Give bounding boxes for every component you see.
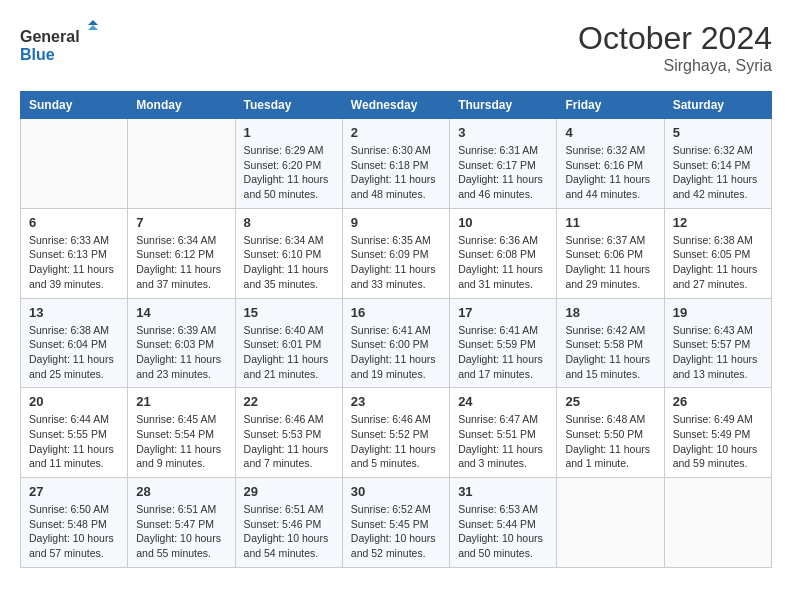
cell-content: Sunrise: 6:53 AMSunset: 5:44 PMDaylight:…: [458, 502, 548, 561]
day-number: 23: [351, 394, 441, 409]
cell-content: Sunrise: 6:50 AMSunset: 5:48 PMDaylight:…: [29, 502, 119, 561]
day-number: 31: [458, 484, 548, 499]
calendar-cell: 29Sunrise: 6:51 AMSunset: 5:46 PMDayligh…: [235, 478, 342, 568]
col-header-wednesday: Wednesday: [342, 92, 449, 119]
calendar-cell: 19Sunrise: 6:43 AMSunset: 5:57 PMDayligh…: [664, 298, 771, 388]
calendar-cell: 1Sunrise: 6:29 AMSunset: 6:20 PMDaylight…: [235, 119, 342, 209]
cell-content: Sunrise: 6:46 AMSunset: 5:53 PMDaylight:…: [244, 412, 334, 471]
svg-text:General: General: [20, 28, 80, 45]
cell-content: Sunrise: 6:32 AMSunset: 6:16 PMDaylight:…: [565, 143, 655, 202]
calendar-cell: 22Sunrise: 6:46 AMSunset: 5:53 PMDayligh…: [235, 388, 342, 478]
svg-marker-3: [88, 25, 98, 30]
calendar-cell: 5Sunrise: 6:32 AMSunset: 6:14 PMDaylight…: [664, 119, 771, 209]
day-number: 8: [244, 215, 334, 230]
day-number: 1: [244, 125, 334, 140]
day-number: 10: [458, 215, 548, 230]
day-number: 3: [458, 125, 548, 140]
day-number: 12: [673, 215, 763, 230]
cell-content: Sunrise: 6:31 AMSunset: 6:17 PMDaylight:…: [458, 143, 548, 202]
cell-content: Sunrise: 6:33 AMSunset: 6:13 PMDaylight:…: [29, 233, 119, 292]
calendar-cell: 18Sunrise: 6:42 AMSunset: 5:58 PMDayligh…: [557, 298, 664, 388]
day-number: 14: [136, 305, 226, 320]
calendar-cell: 16Sunrise: 6:41 AMSunset: 6:00 PMDayligh…: [342, 298, 449, 388]
calendar-cell: 27Sunrise: 6:50 AMSunset: 5:48 PMDayligh…: [21, 478, 128, 568]
day-number: 24: [458, 394, 548, 409]
calendar-cell: 14Sunrise: 6:39 AMSunset: 6:03 PMDayligh…: [128, 298, 235, 388]
svg-marker-2: [88, 20, 98, 25]
cell-content: Sunrise: 6:49 AMSunset: 5:49 PMDaylight:…: [673, 412, 763, 471]
cell-content: Sunrise: 6:32 AMSunset: 6:14 PMDaylight:…: [673, 143, 763, 202]
location: Sirghaya, Syria: [578, 57, 772, 75]
calendar-cell: 23Sunrise: 6:46 AMSunset: 5:52 PMDayligh…: [342, 388, 449, 478]
calendar-cell: [557, 478, 664, 568]
day-number: 30: [351, 484, 441, 499]
calendar-cell: 28Sunrise: 6:51 AMSunset: 5:47 PMDayligh…: [128, 478, 235, 568]
month-title: October 2024: [578, 20, 772, 57]
col-header-saturday: Saturday: [664, 92, 771, 119]
page-header: General Blue October 2024 Sirghaya, Syri…: [20, 20, 772, 75]
calendar-cell: 8Sunrise: 6:34 AMSunset: 6:10 PMDaylight…: [235, 208, 342, 298]
day-number: 20: [29, 394, 119, 409]
day-number: 27: [29, 484, 119, 499]
calendar-cell: 12Sunrise: 6:38 AMSunset: 6:05 PMDayligh…: [664, 208, 771, 298]
logo: General Blue: [20, 20, 100, 70]
cell-content: Sunrise: 6:37 AMSunset: 6:06 PMDaylight:…: [565, 233, 655, 292]
calendar-cell: 9Sunrise: 6:35 AMSunset: 6:09 PMDaylight…: [342, 208, 449, 298]
cell-content: Sunrise: 6:51 AMSunset: 5:46 PMDaylight:…: [244, 502, 334, 561]
day-number: 19: [673, 305, 763, 320]
day-number: 4: [565, 125, 655, 140]
week-row-5: 27Sunrise: 6:50 AMSunset: 5:48 PMDayligh…: [21, 478, 772, 568]
cell-content: Sunrise: 6:30 AMSunset: 6:18 PMDaylight:…: [351, 143, 441, 202]
cell-content: Sunrise: 6:41 AMSunset: 5:59 PMDaylight:…: [458, 323, 548, 382]
cell-content: Sunrise: 6:48 AMSunset: 5:50 PMDaylight:…: [565, 412, 655, 471]
logo-svg: General Blue: [20, 20, 100, 70]
calendar-cell: 10Sunrise: 6:36 AMSunset: 6:08 PMDayligh…: [450, 208, 557, 298]
day-number: 28: [136, 484, 226, 499]
calendar-cell: 17Sunrise: 6:41 AMSunset: 5:59 PMDayligh…: [450, 298, 557, 388]
day-number: 9: [351, 215, 441, 230]
cell-content: Sunrise: 6:40 AMSunset: 6:01 PMDaylight:…: [244, 323, 334, 382]
col-header-sunday: Sunday: [21, 92, 128, 119]
cell-content: Sunrise: 6:41 AMSunset: 6:00 PMDaylight:…: [351, 323, 441, 382]
day-number: 16: [351, 305, 441, 320]
col-header-tuesday: Tuesday: [235, 92, 342, 119]
calendar-cell: 15Sunrise: 6:40 AMSunset: 6:01 PMDayligh…: [235, 298, 342, 388]
calendar-cell: 3Sunrise: 6:31 AMSunset: 6:17 PMDaylight…: [450, 119, 557, 209]
calendar-cell: 11Sunrise: 6:37 AMSunset: 6:06 PMDayligh…: [557, 208, 664, 298]
cell-content: Sunrise: 6:36 AMSunset: 6:08 PMDaylight:…: [458, 233, 548, 292]
calendar-header-row: SundayMondayTuesdayWednesdayThursdayFrid…: [21, 92, 772, 119]
day-number: 6: [29, 215, 119, 230]
cell-content: Sunrise: 6:29 AMSunset: 6:20 PMDaylight:…: [244, 143, 334, 202]
cell-content: Sunrise: 6:39 AMSunset: 6:03 PMDaylight:…: [136, 323, 226, 382]
day-number: 2: [351, 125, 441, 140]
day-number: 7: [136, 215, 226, 230]
calendar-cell: 26Sunrise: 6:49 AMSunset: 5:49 PMDayligh…: [664, 388, 771, 478]
cell-content: Sunrise: 6:42 AMSunset: 5:58 PMDaylight:…: [565, 323, 655, 382]
calendar-table: SundayMondayTuesdayWednesdayThursdayFrid…: [20, 91, 772, 568]
calendar-cell: 30Sunrise: 6:52 AMSunset: 5:45 PMDayligh…: [342, 478, 449, 568]
calendar-cell: 21Sunrise: 6:45 AMSunset: 5:54 PMDayligh…: [128, 388, 235, 478]
calendar-cell: 6Sunrise: 6:33 AMSunset: 6:13 PMDaylight…: [21, 208, 128, 298]
calendar-cell: [664, 478, 771, 568]
calendar-cell: 2Sunrise: 6:30 AMSunset: 6:18 PMDaylight…: [342, 119, 449, 209]
calendar-cell: 7Sunrise: 6:34 AMSunset: 6:12 PMDaylight…: [128, 208, 235, 298]
day-number: 11: [565, 215, 655, 230]
cell-content: Sunrise: 6:45 AMSunset: 5:54 PMDaylight:…: [136, 412, 226, 471]
col-header-monday: Monday: [128, 92, 235, 119]
day-number: 17: [458, 305, 548, 320]
calendar-cell: [21, 119, 128, 209]
cell-content: Sunrise: 6:44 AMSunset: 5:55 PMDaylight:…: [29, 412, 119, 471]
week-row-3: 13Sunrise: 6:38 AMSunset: 6:04 PMDayligh…: [21, 298, 772, 388]
day-number: 21: [136, 394, 226, 409]
svg-text:Blue: Blue: [20, 46, 55, 63]
cell-content: Sunrise: 6:38 AMSunset: 6:05 PMDaylight:…: [673, 233, 763, 292]
col-header-friday: Friday: [557, 92, 664, 119]
week-row-4: 20Sunrise: 6:44 AMSunset: 5:55 PMDayligh…: [21, 388, 772, 478]
day-number: 29: [244, 484, 334, 499]
cell-content: Sunrise: 6:47 AMSunset: 5:51 PMDaylight:…: [458, 412, 548, 471]
cell-content: Sunrise: 6:43 AMSunset: 5:57 PMDaylight:…: [673, 323, 763, 382]
calendar-cell: 31Sunrise: 6:53 AMSunset: 5:44 PMDayligh…: [450, 478, 557, 568]
day-number: 5: [673, 125, 763, 140]
cell-content: Sunrise: 6:35 AMSunset: 6:09 PMDaylight:…: [351, 233, 441, 292]
cell-content: Sunrise: 6:34 AMSunset: 6:10 PMDaylight:…: [244, 233, 334, 292]
